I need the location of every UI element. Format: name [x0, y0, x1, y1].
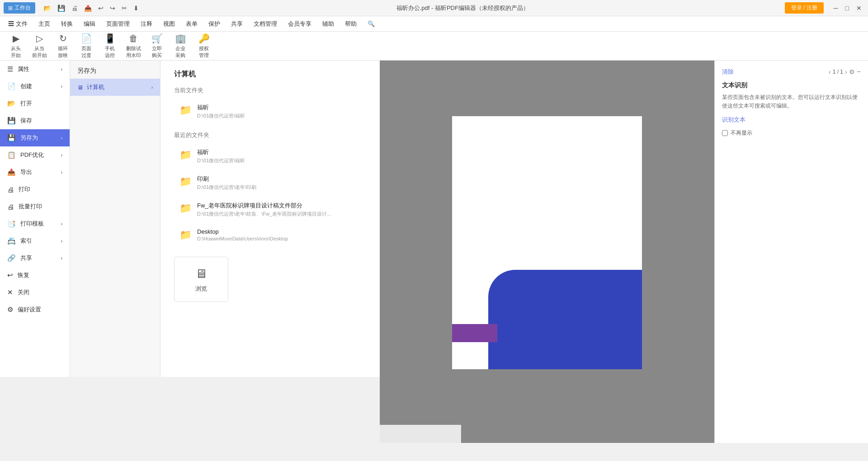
- toolbar-start-current[interactable]: ▷ 从当 前开始: [28, 31, 51, 61]
- ocr-header: 清除 ‹ 1 / 1 › ⚙ −: [722, 68, 861, 76]
- recent-folders-label: 最近的文件夹: [174, 131, 366, 139]
- redo-btn[interactable]: ↪: [108, 4, 117, 13]
- menu-item-index[interactable]: 📇 索引 ›: [0, 232, 70, 249]
- maximize-button[interactable]: □: [843, 4, 852, 13]
- browse-button[interactable]: 🖥 浏览: [174, 257, 228, 302]
- recent-folder-path-0: D:\01微信代运营\福昕: [197, 157, 245, 164]
- recent-folder-1[interactable]: 📁 印刷 D:\01微信代运营\老年\印刷: [174, 170, 366, 195]
- doc-view-area: 3: [380, 61, 714, 443]
- menu-vip[interactable]: 会员专享: [283, 18, 317, 30]
- window-controls: ─ □ ✕: [831, 4, 864, 13]
- ocr-panel: 清除 ‹ 1 / 1 › ⚙ − 文本识别 某些页面包含未被识别的文本。您可以运…: [714, 61, 868, 443]
- ocr-no-show-row: 不再显示: [722, 129, 861, 137]
- titlebar-right: 登录 / 注册 ─ □ ✕: [785, 2, 864, 14]
- ocr-title: 文本识别: [722, 81, 861, 89]
- recent-folder-path-1: D:\01微信代运营\老年\印刷: [197, 184, 256, 191]
- toolbar-delete-watermark[interactable]: 🗑 删除试 用水印: [122, 32, 145, 61]
- menu-annotate[interactable]: 注释: [135, 18, 158, 30]
- toolbar-page-transition[interactable]: 📄 页面 过度: [75, 31, 98, 61]
- menu-item-preferences[interactable]: ⚙ 偏好设置: [0, 301, 70, 318]
- menu-item-pdf-optimize[interactable]: 📋 PDF优化 ›: [0, 146, 70, 164]
- menu-item-create[interactable]: 📄 创建 ›: [0, 78, 70, 95]
- menu-help[interactable]: 帮助: [340, 18, 362, 30]
- menu-view[interactable]: 视图: [158, 18, 180, 30]
- menu-item-close[interactable]: ✕ 关闭: [0, 284, 70, 301]
- export-btn[interactable]: 📤: [82, 4, 94, 13]
- recent-folder-name-2: Fw_老年医院标识牌项目设计稿文件部分: [197, 202, 331, 210]
- ocr-page-indicator: 1 / 1: [833, 69, 843, 75]
- toolbar-authorize[interactable]: 🔑 授权 管理: [193, 31, 215, 61]
- print-btn[interactable]: 🖨: [70, 4, 80, 13]
- menu-item-saveas[interactable]: 💾 另存为 ›: [0, 129, 70, 146]
- menu-file[interactable]: ☰ 文件: [3, 18, 33, 30]
- properties-icon: ☰: [7, 65, 13, 73]
- menu-convert[interactable]: 转换: [56, 18, 78, 30]
- create-icon: 📄: [7, 82, 16, 90]
- file-menu-panel: ☰ 属性 › 📄 创建 › 📂 打开 💾 保存 💾 另存为 ›: [0, 61, 70, 377]
- menu-search[interactable]: 🔍: [362, 19, 380, 29]
- file-menu-overlay: ☰ 属性 › 📄 创建 › 📂 打开 💾 保存 💾 另存为 ›: [0, 61, 380, 377]
- menu-item-print-template[interactable]: 📑 打印模板 ›: [0, 215, 70, 232]
- menubar: ☰ 文件 主页 转换 编辑 页面管理 注释 视图 表单 保护 共享 文档管理 会…: [0, 16, 868, 32]
- folder-icon-2: 📁: [179, 202, 192, 214]
- menu-page-manage[interactable]: 页面管理: [101, 18, 135, 30]
- toolbar-start-from-begin[interactable]: ▶ 从头 开始: [5, 31, 27, 61]
- login-button[interactable]: 登录 / 注册: [785, 2, 824, 14]
- cut-btn[interactable]: ✂: [120, 4, 129, 13]
- ocr-clear-button[interactable]: 清除: [722, 68, 734, 76]
- play-current-icon: ▷: [36, 33, 43, 44]
- menu-item-save[interactable]: 💾 保存: [0, 112, 70, 129]
- menu-item-print[interactable]: 🖨 打印: [0, 181, 70, 198]
- menu-item-share[interactable]: 🔗 共享 ›: [0, 249, 70, 267]
- close-button[interactable]: ✕: [854, 4, 864, 13]
- ocr-prev-button[interactable]: ‹: [829, 68, 831, 75]
- computer-icon: 🖥: [77, 84, 83, 91]
- menu-item-export[interactable]: 📤 导出 ›: [0, 164, 70, 181]
- menu-item-batch-print[interactable]: 🖨 批量打印: [0, 198, 70, 215]
- print-icon: 🖨: [7, 186, 14, 193]
- ocr-settings-button[interactable]: ⚙: [849, 68, 855, 75]
- toolbar-loop[interactable]: ↻ 循环 放映: [52, 31, 74, 61]
- menu-edit[interactable]: 编辑: [78, 18, 101, 30]
- save-btn[interactable]: 💾: [56, 4, 67, 13]
- menu-share[interactable]: 共享: [226, 18, 248, 30]
- menu-item-properties[interactable]: ☰ 属性 ›: [0, 61, 70, 78]
- recent-folder-0[interactable]: 📁 福昕 D:\01微信代运营\福昕: [174, 144, 366, 169]
- ocr-recognize-link[interactable]: 识别文本: [722, 116, 861, 124]
- recent-folder-2[interactable]: 📁 Fw_老年医院标识牌项目设计稿文件部分 D:\01微信代运营\老年\软装、\…: [174, 197, 366, 222]
- ocr-collapse-button[interactable]: −: [857, 68, 861, 76]
- browse-icon: 🖥: [195, 266, 208, 281]
- recent-folder-3[interactable]: 📁 Desktop D:\HuaweiMoveData\Users\rinro\…: [174, 224, 366, 246]
- ocr-next-button[interactable]: ›: [845, 68, 847, 75]
- toolbar-enterprise[interactable]: 🏢 企业 采购: [169, 31, 192, 61]
- toolbar-mobile-control[interactable]: 📱 手机 远控: [99, 31, 121, 61]
- undo-btn[interactable]: ↩: [96, 4, 105, 13]
- toolbar-buy[interactable]: 🛒 立即 购买: [146, 31, 168, 61]
- menu-item-open[interactable]: 📂 打开: [0, 95, 70, 112]
- workbench-icon: ⊞: [8, 5, 13, 11]
- menu-item-recover[interactable]: ↩ 恢复: [0, 267, 70, 284]
- template-icon: 📑: [7, 220, 16, 228]
- menu-protect[interactable]: 保护: [203, 18, 226, 30]
- menu-home[interactable]: 主页: [33, 18, 56, 30]
- menu-doc-manage[interactable]: 文档管理: [248, 18, 283, 30]
- current-folder-label: 当前文件夹: [174, 86, 366, 94]
- page-purple-decoration: [452, 324, 497, 342]
- computer-item[interactable]: 🖥 计算机 ›: [70, 79, 160, 96]
- menu-assist[interactable]: 辅助: [317, 18, 340, 30]
- current-folder-item[interactable]: 📁 福昕 D:\01微信代运营\福昕: [174, 99, 366, 124]
- current-folder-name: 福昕: [197, 103, 245, 112]
- workbench-button[interactable]: ⊞ 工作台: [4, 2, 35, 14]
- minimize-button[interactable]: ─: [831, 4, 841, 13]
- recent-folder-name-3: Desktop: [197, 228, 288, 235]
- ocr-no-show-checkbox[interactable]: [722, 130, 728, 136]
- menu-form[interactable]: 表单: [180, 18, 203, 30]
- recover-icon: ↩: [7, 271, 13, 279]
- titlebar-title: 福昕办公.pdf - 福昕PDF编辑器（未经授权的产品）: [141, 4, 785, 12]
- open-file-btn[interactable]: 📂: [42, 4, 53, 13]
- saveas-heading: 计算机: [174, 70, 366, 79]
- titlebar-left: ⊞ 工作台 📂 💾 🖨 📤 ↩ ↪ ✂ ⬇: [4, 2, 141, 14]
- recent-folders-list: 📁 福昕 D:\01微信代运营\福昕 📁 印刷 D:\01微信代运营\老年\印刷…: [174, 144, 366, 248]
- saveas-panel-title: 另存为: [70, 61, 160, 79]
- download-btn[interactable]: ⬇: [132, 4, 141, 13]
